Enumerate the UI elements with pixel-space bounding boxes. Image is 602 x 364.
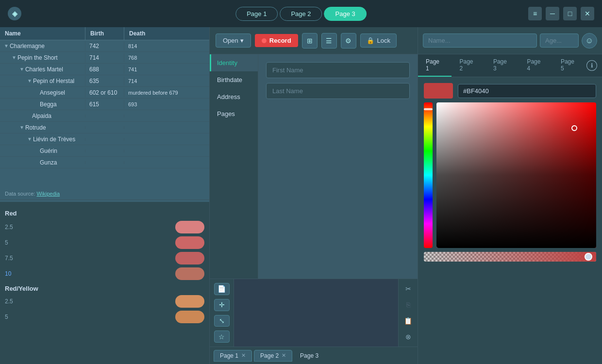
color-swatch[interactable]: [175, 295, 204, 308]
picker-crosshair[interactable]: [571, 125, 577, 131]
color-swatch[interactable]: [175, 252, 204, 265]
delete-button[interactable]: ⊗: [401, 331, 415, 343]
picker-area[interactable]: [424, 102, 596, 248]
tree-row[interactable]: ▼ Charlemagne 742 814: [0, 40, 209, 52]
move-icon-button[interactable]: ✛: [214, 299, 230, 311]
page-tab-3[interactable]: Page 3: [294, 350, 324, 361]
tree-cell-name: ▼ Charlemagne: [0, 41, 85, 51]
tree-cell-name: ▼ Pepin the Short: [0, 53, 85, 63]
left-panel: Name Birth Death ▼ Charlemagne 742 814: [0, 27, 210, 364]
tree-arrow[interactable]: ▼: [12, 55, 17, 60]
right-tab-page2[interactable]: Page 2: [452, 54, 485, 77]
right-tab-page4[interactable]: Page 4: [519, 54, 552, 77]
form-tab-address[interactable]: Address: [210, 88, 258, 105]
color-preview-box[interactable]: [424, 83, 453, 99]
tree-arrow[interactable]: ▼: [4, 43, 9, 49]
alpha-handle[interactable]: [585, 253, 592, 261]
grid-view-button[interactable]: ⊞: [302, 33, 318, 49]
tab-close-1[interactable]: ✕: [241, 352, 246, 359]
page-tab-1[interactable]: Page 1 ✕: [214, 350, 252, 362]
gradient-dark-overlay: [436, 102, 596, 175]
tree-cell-death: 741: [124, 65, 209, 74]
tree-cell-name: Gunza: [0, 158, 85, 167]
color-swatch[interactable]: [175, 221, 204, 233]
tree-row[interactable]: Gunza: [0, 157, 209, 168]
color-row: 10: [5, 267, 204, 280]
form-tab-pages[interactable]: Pages: [210, 105, 258, 122]
tree-cell-birth: [85, 126, 124, 129]
tree-row[interactable]: ▼ Pepin the Short 714 768: [0, 52, 209, 64]
tree-row[interactable]: ▼ Pepin of Herstal 635 714: [0, 75, 209, 87]
tree-arrow[interactable]: ▼: [27, 78, 32, 83]
tree-cell-birth: 602 or 610: [85, 88, 124, 98]
search-name-input[interactable]: [423, 33, 537, 48]
col-birth: Birth: [85, 27, 124, 40]
right-tab-page5[interactable]: Page 5: [553, 54, 586, 77]
tree-row[interactable]: ▼ Rotrude: [0, 122, 209, 133]
tab-close-2[interactable]: ✕: [282, 352, 286, 359]
paste-button[interactable]: 📋: [401, 315, 415, 327]
close-button[interactable]: ✕: [581, 7, 594, 20]
tree-cell-death: [124, 126, 209, 129]
color-swatch[interactable]: [175, 267, 204, 280]
right-tab-page1[interactable]: Page 1: [418, 54, 452, 77]
wikipedia-link[interactable]: Wikipedia: [36, 191, 60, 197]
search-age-input[interactable]: [540, 33, 579, 48]
tree-cell-birth: [85, 115, 124, 117]
lock-button[interactable]: 🔒 Lock: [360, 33, 397, 48]
document-icon: 📄: [217, 285, 226, 293]
tree-cell-name: Begga: [0, 99, 85, 109]
cut-button[interactable]: ✂: [401, 283, 415, 295]
color-swatch[interactable]: [175, 236, 204, 249]
grid-icon: ⊞: [307, 37, 313, 45]
gradient-picker[interactable]: [436, 102, 596, 248]
info-button[interactable]: ℹ: [586, 60, 597, 71]
tree-cell-birth: 615: [85, 99, 124, 109]
color-hex-input[interactable]: [458, 84, 596, 98]
page-tab-2[interactable]: Page 2 ✕: [254, 350, 292, 362]
tree-row[interactable]: Guérin: [0, 145, 209, 157]
gradient-bottom-overlay: [436, 175, 596, 248]
tree-arrow[interactable]: ▼: [27, 136, 32, 142]
tree-cell-name: ▼ Pepin of Herstal: [0, 76, 85, 86]
form-tab-identity[interactable]: Identity: [210, 54, 258, 71]
tree-cell-death: 814: [124, 42, 209, 50]
copy-button[interactable]: ⎘: [401, 299, 415, 311]
emoji-button[interactable]: ☺: [582, 33, 597, 49]
title-tab-page2[interactable]: Page 2: [280, 7, 322, 21]
first-name-field[interactable]: [266, 62, 410, 78]
move-icon: ✛: [219, 301, 225, 309]
right-panel: ☺ Page 1 Page 2 Page 3 Page 4 Page 5 ℹ: [418, 27, 602, 364]
star-icon-button[interactable]: ☆: [214, 331, 230, 343]
alpha-slider[interactable]: [424, 252, 596, 262]
expand-icon-button[interactable]: ⤡: [214, 315, 230, 327]
hue-handle[interactable]: [424, 108, 433, 110]
doc-icon-button[interactable]: 📄: [214, 283, 230, 295]
expand-icon: ⤡: [219, 317, 225, 325]
color-swatch[interactable]: [175, 311, 204, 323]
right-tab-page3[interactable]: Page 3: [485, 54, 519, 77]
tree-row[interactable]: Ansegisel 602 or 610 murdered before 679: [0, 87, 209, 99]
tree-row[interactable]: Alpaida: [0, 110, 209, 122]
settings-button[interactable]: ⚙: [341, 33, 356, 49]
tree-row[interactable]: ▼ Charles Martel 688 741: [0, 64, 209, 75]
minimize-button[interactable]: ─: [546, 7, 559, 20]
list-icon: ☰: [326, 37, 332, 45]
color-label: 7.5: [5, 255, 175, 262]
tree-arrow[interactable]: ▼: [19, 125, 24, 130]
tree-row[interactable]: ▼ Liévin de Trèves: [0, 133, 209, 145]
menu-button[interactable]: ≡: [528, 7, 542, 20]
last-name-field[interactable]: [266, 83, 410, 99]
maximize-button[interactable]: □: [563, 7, 577, 20]
title-tab-page3[interactable]: Page 3: [324, 7, 367, 21]
form-tab-birthdate[interactable]: Birthdate: [210, 71, 258, 88]
hue-slider[interactable]: [424, 102, 433, 248]
title-tab-page1[interactable]: Page 1: [235, 7, 278, 21]
color-panel: Red 2.5 5 7.5 10 Red/Yellow 2.5: [0, 202, 209, 364]
open-button[interactable]: Open ▾: [216, 33, 251, 48]
record-button[interactable]: Record: [255, 34, 298, 47]
color-row: 2.5: [5, 295, 204, 308]
list-view-button[interactable]: ☰: [321, 33, 337, 49]
tree-arrow[interactable]: ▼: [19, 66, 24, 72]
tree-row[interactable]: Begga 615 693: [0, 99, 209, 110]
